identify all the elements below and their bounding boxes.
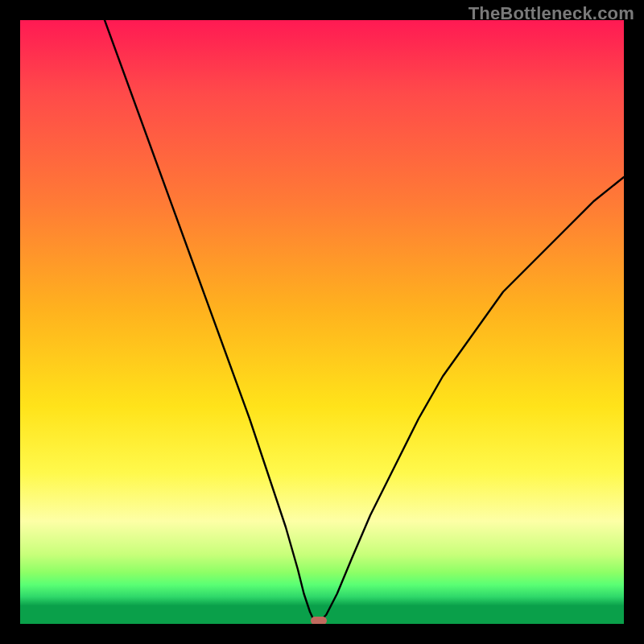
chart-stage: TheBottleneck.com [0,0,644,644]
plot-area [20,20,624,624]
watermark-text: TheBottleneck.com [469,3,634,24]
curve-svg [20,20,624,624]
curve-path [105,20,624,621]
minimum-marker [311,617,327,624]
